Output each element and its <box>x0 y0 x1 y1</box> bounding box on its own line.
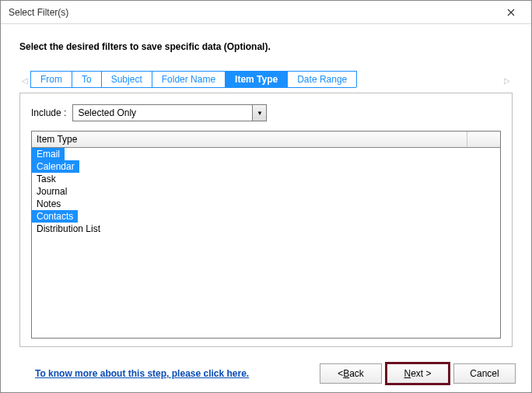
select-filters-dialog: Select Filter(s) Select the desired filt… <box>0 0 532 393</box>
filter-panel: Include : Selected Only ▼ Item Type Emai… <box>19 93 513 347</box>
tab-subject[interactable]: Subject <box>101 71 152 87</box>
item-type-list: Item Type Email Calendar Task Journal No… <box>31 131 501 339</box>
list-item[interactable]: Calendar <box>32 160 79 173</box>
list-body[interactable]: Email Calendar Task Journal Notes Contac… <box>32 148 500 338</box>
list-item[interactable]: Contacts <box>32 210 78 223</box>
list-item[interactable]: Notes <box>32 198 65 210</box>
tab-folder-name[interactable]: Folder Name <box>152 71 226 87</box>
tabs: From To Subject Folder Name Item Type Da… <box>30 71 356 88</box>
tab-date-range[interactable]: Date Range <box>287 71 357 87</box>
list-item[interactable]: Task <box>32 173 61 185</box>
include-row: Include : Selected Only ▼ <box>31 104 501 121</box>
tabs-scroll-left-icon[interactable]: ◁ <box>19 72 30 88</box>
tab-row: ◁ From To Subject Folder Name Item Type … <box>19 69 513 88</box>
tab-item-type[interactable]: Item Type <box>225 71 288 87</box>
window-title: Select Filter(s) <box>9 7 68 18</box>
close-icon <box>507 9 515 16</box>
help-link[interactable]: To know more about this step, please cli… <box>35 368 249 379</box>
tabs-scroll-right-icon[interactable]: ▷ <box>502 72 513 88</box>
cancel-button[interactable]: Cancel <box>453 363 516 384</box>
content-area: Select the desired filters to save speci… <box>1 24 531 355</box>
list-item[interactable]: Distribution List <box>32 223 105 235</box>
instruction-text: Select the desired filters to save speci… <box>19 41 513 52</box>
column-blank[interactable] <box>467 132 500 147</box>
include-value: Selected Only <box>73 107 252 118</box>
list-header: Item Type <box>32 132 500 148</box>
column-item-type[interactable]: Item Type <box>32 132 467 147</box>
chevron-down-icon: ▼ <box>252 105 266 121</box>
footer: To know more about this step, please cli… <box>1 355 531 392</box>
titlebar: Select Filter(s) <box>1 1 531 24</box>
tab-to[interactable]: To <box>72 71 102 87</box>
include-dropdown[interactable]: Selected Only ▼ <box>72 104 267 121</box>
list-item[interactable]: Email <box>32 148 65 160</box>
list-item[interactable]: Journal <box>32 185 72 198</box>
tab-from[interactable]: From <box>30 71 72 87</box>
include-label: Include : <box>31 107 66 118</box>
back-button[interactable]: < Back <box>320 363 382 384</box>
next-button[interactable]: Next > <box>387 363 449 384</box>
close-button[interactable] <box>495 3 527 22</box>
